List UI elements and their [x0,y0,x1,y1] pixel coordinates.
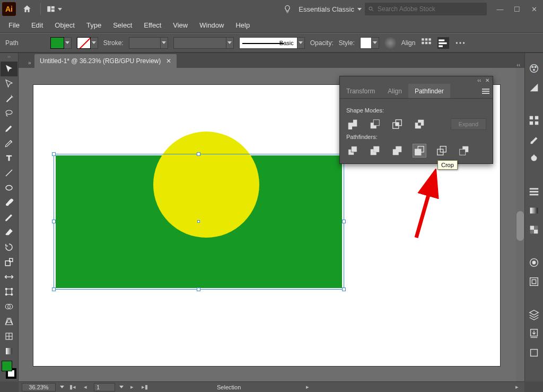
recolor-icon[interactable] [384,37,396,49]
symbols-icon[interactable] [528,153,540,164]
canvas[interactable]: ‹‹ ✕ Transform Align Pathfinder Shape Mo… [19,68,524,381]
menu-file[interactable]: File [3,19,25,31]
zoom-dropdown-icon[interactable] [60,386,64,388]
menu-effect[interactable]: Effect [138,19,167,31]
handle-bot-mid[interactable] [197,288,200,291]
paintbrush-tool[interactable] [1,195,17,210]
rectangle-tool[interactable] [1,180,17,195]
panel-collapse-icon[interactable]: ‹‹ [477,77,481,83]
var-width-profile[interactable] [173,37,234,49]
search-adobe-stock[interactable] [365,3,487,15]
rotate-tool[interactable] [1,240,17,255]
layers-icon[interactable] [528,309,540,320]
curvature-tool[interactable] [1,136,17,151]
merge-icon[interactable] [391,144,404,157]
tab-align[interactable]: Align [381,84,408,98]
perspective-tool[interactable] [1,314,17,329]
artboards-icon[interactable] [528,347,540,359]
document-tab[interactable]: Untitled-1* @ 36.23% (RGB/GPU Preview) ✕ [34,54,177,68]
menu-edit[interactable]: Edit [26,19,48,31]
stroke-panel-icon[interactable] [528,186,540,197]
magic-wand-tool[interactable] [1,91,17,106]
status-play-icon[interactable]: ▸ [303,383,312,391]
pencil-tool[interactable] [1,210,17,225]
search-input[interactable] [378,5,484,13]
handle-center[interactable] [197,220,200,223]
align-panel-icon[interactable] [421,37,432,49]
tab-transform[interactable]: Transform [340,84,381,98]
lasso-tool[interactable] [1,106,17,121]
stroke-swatch[interactable] [77,37,98,49]
stroke-weight[interactable] [129,37,168,49]
handle-bot-left[interactable] [52,288,56,291]
tips-bulb-icon[interactable] [279,1,295,17]
fill-swatch[interactable] [50,37,72,49]
transparency-icon[interactable] [528,224,540,236]
intersect-icon[interactable] [391,118,404,130]
exclude-icon[interactable] [413,118,426,130]
outline-icon[interactable] [435,144,448,157]
fill-dropdown-icon[interactable] [64,37,72,49]
line-tool[interactable] [1,165,17,180]
vertical-scrollbar[interactable] [516,68,524,381]
gradient-tool[interactable] [1,344,17,359]
next-artboard-icon[interactable]: ▸ [128,383,136,391]
type-tool[interactable] [1,151,17,165]
menu-view[interactable]: View [168,19,193,31]
transform-panel-icon[interactable] [437,37,449,49]
home-icon[interactable] [19,1,35,17]
maximize-button[interactable]: ☐ [510,4,524,14]
tabstrip-expand-icon[interactable]: » [27,58,34,68]
gradient-panel-icon[interactable] [528,205,540,216]
color-panel-icon[interactable] [528,63,540,74]
fill-stroke-swatch[interactable] [1,360,17,380]
hscroll-right-icon[interactable]: ▸ [513,383,521,391]
shape-builder-tool[interactable] [1,299,17,314]
unite-icon[interactable] [346,118,359,130]
direct-selection-tool[interactable] [1,76,17,91]
trim-icon[interactable] [369,144,381,157]
handle-mid-right[interactable] [342,220,346,223]
zoom-level[interactable]: 36.23% [22,383,56,391]
menu-window[interactable]: Window [194,19,229,31]
tab-pathfinder[interactable]: Pathfinder [408,84,450,98]
pen-tool[interactable] [1,121,17,136]
scroll-thumb[interactable] [516,211,524,241]
appearance-icon[interactable] [528,257,540,268]
graphic-style[interactable] [360,37,379,49]
workspace-switcher[interactable]: Essentials Classic [295,4,365,15]
handle-bot-right[interactable] [342,288,346,291]
menu-help[interactable]: Help [230,19,255,31]
minimize-button[interactable]: — [493,4,507,14]
handle-mid-left[interactable] [52,220,56,223]
pathfinder-panel[interactable]: ‹‹ ✕ Transform Align Pathfinder Shape Mo… [339,76,493,164]
more-options-icon[interactable] [454,37,466,49]
selection-bounding-box[interactable] [54,154,344,290]
close-tab-icon[interactable]: ✕ [166,57,171,65]
prev-artboard-icon[interactable]: ◂ [81,383,90,391]
panel-collapse-icon[interactable]: ‹‹ [512,62,524,68]
artboard-number[interactable]: 1 [94,383,115,391]
eraser-tool[interactable] [1,225,17,240]
first-artboard-icon[interactable]: ▮◂ [68,383,77,391]
handle-top-mid[interactable] [197,152,200,156]
minus-back-icon[interactable] [458,144,470,157]
crop-icon[interactable] [413,144,426,157]
toolbox-grip-icon[interactable]: ›› [0,54,18,62]
stroke-dropdown-icon[interactable] [91,37,98,49]
minus-front-icon[interactable] [369,118,381,130]
handle-top-left[interactable] [52,152,56,156]
menu-object[interactable]: Object [49,19,80,31]
brushes-icon[interactable] [528,134,540,145]
width-tool[interactable] [1,269,17,284]
selection-tool[interactable] [1,62,17,76]
mesh-tool[interactable] [1,329,17,344]
color-guide-icon[interactable] [528,82,540,93]
artboard-dropdown-icon[interactable] [119,386,124,388]
asset-export-icon[interactable] [528,328,540,339]
menu-type[interactable]: Type [81,19,107,31]
divide-icon[interactable] [346,144,359,157]
menu-select[interactable]: Select [108,19,137,31]
close-button[interactable]: ✕ [527,4,541,14]
free-transform-tool[interactable] [1,284,17,299]
